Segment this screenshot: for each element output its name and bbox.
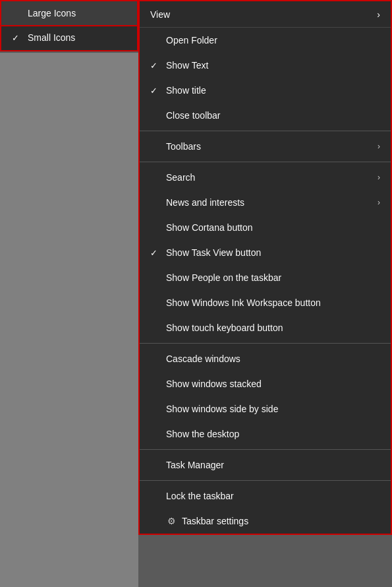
show-cortana-item[interactable]: Show Cortana button <box>140 215 391 240</box>
search-arrow-icon: › <box>378 173 380 182</box>
menu-header-view[interactable]: View › <box>140 1 391 28</box>
small-icons-item[interactable]: ✓ Small Icons <box>1 25 137 50</box>
touch-label: Show touch keyboard button <box>166 323 380 333</box>
people-label: Show People on the taskbar <box>166 272 380 283</box>
show-ink-item[interactable]: Show Windows Ink Workspace button <box>140 290 391 315</box>
settings-label: Taskbar settings <box>182 516 380 526</box>
show-people-item[interactable]: Show People on the taskbar <box>140 265 391 290</box>
small-icons-check: ✓ <box>12 33 24 43</box>
windows-stacked-item[interactable]: Show windows stacked <box>140 371 391 396</box>
news-arrow-icon: › <box>378 198 380 207</box>
search-label: Search <box>166 172 378 183</box>
cascade-windows-item[interactable]: Cascade windows <box>140 346 391 371</box>
search-item[interactable]: Search › <box>140 165 391 190</box>
toolbars-item[interactable]: Toolbars › <box>140 134 391 159</box>
close-toolbar-item[interactable]: Close toolbar <box>140 103 391 128</box>
side-label: Show windows side by side <box>166 404 380 414</box>
open-folder-item[interactable]: Open Folder <box>140 28 391 53</box>
task-manager-item[interactable]: Task Manager <box>140 452 391 478</box>
show-touch-item[interactable]: Show touch keyboard button <box>140 315 391 340</box>
stacked-label: Show windows stacked <box>166 379 380 389</box>
gear-icon: ⚙ <box>166 516 177 526</box>
ink-label: Show Windows Ink Workspace button <box>166 297 380 308</box>
windows-side-item[interactable]: Show windows side by side <box>140 396 391 421</box>
show-title-check: ✓ <box>150 86 166 96</box>
cascade-label: Cascade windows <box>166 354 380 364</box>
toolbars-label: Toolbars <box>166 141 378 152</box>
divider-4 <box>140 449 391 450</box>
left-submenu: Large Icons ✓ Small Icons <box>0 0 138 51</box>
left-gray-area <box>0 53 138 587</box>
show-task-view-item[interactable]: ✓ Show Task View button <box>140 240 391 265</box>
show-desktop-item[interactable]: Show the desktop <box>140 421 391 447</box>
menu-header-label: View <box>150 9 170 20</box>
toolbars-arrow-icon: › <box>378 142 380 151</box>
small-icons-label: Small Icons <box>28 32 75 43</box>
lock-taskbar-item[interactable]: Lock the taskbar <box>140 483 391 509</box>
lock-label: Lock the taskbar <box>166 491 380 501</box>
news-interests-item[interactable]: News and interests › <box>140 190 391 215</box>
open-folder-label: Open Folder <box>166 35 380 46</box>
show-text-label: Show Text <box>166 60 380 71</box>
large-icons-label: Large Icons <box>28 8 76 18</box>
large-icons-item[interactable]: Large Icons <box>0 0 138 26</box>
taskbar-settings-item[interactable]: ⚙ Taskbar settings <box>140 509 391 534</box>
task-manager-label: Task Manager <box>166 460 380 470</box>
close-toolbar-label: Close toolbar <box>166 110 380 121</box>
show-title-label: Show title <box>166 85 380 96</box>
cortana-label: Show Cortana button <box>166 222 380 233</box>
show-text-item[interactable]: ✓ Show Text <box>140 53 391 78</box>
divider-1 <box>140 131 391 131</box>
divider-2 <box>140 162 391 162</box>
news-label: News and interests <box>166 197 378 208</box>
task-view-check: ✓ <box>150 248 166 258</box>
show-text-check: ✓ <box>150 61 166 71</box>
divider-3 <box>140 343 391 344</box>
view-arrow-icon: › <box>377 9 380 20</box>
show-title-item[interactable]: ✓ Show title <box>140 78 391 103</box>
task-view-label: Show Task View button <box>166 247 380 258</box>
right-context-menu: View › Open Folder ✓ Show Text ✓ Show ti… <box>138 0 392 535</box>
desktop-label: Show the desktop <box>166 429 380 439</box>
divider-5 <box>140 480 391 481</box>
